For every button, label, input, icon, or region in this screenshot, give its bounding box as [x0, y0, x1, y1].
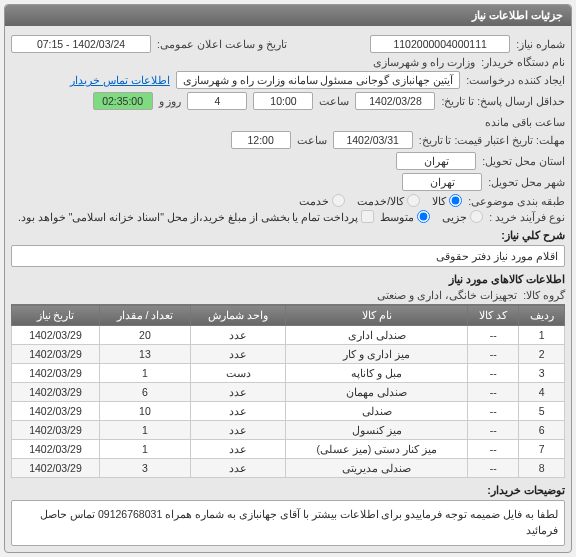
- table-row[interactable]: 7--میز کنار دستی (میز عسلی)عدد11402/03/2…: [12, 440, 565, 459]
- table-cell: 1402/03/29: [12, 440, 100, 459]
- table-row[interactable]: 1--صندلی اداریعدد201402/03/29: [12, 326, 565, 345]
- table-cell: دست: [190, 364, 285, 383]
- table-cell: 1402/03/29: [12, 402, 100, 421]
- table-cell: --: [468, 383, 519, 402]
- time-label-1: ساعت: [319, 95, 349, 107]
- cat-goods-radio[interactable]: کالا: [432, 194, 462, 207]
- table-row[interactable]: 2--میز اداری و کارعدد131402/03/29: [12, 345, 565, 364]
- valid-date: 1402/03/31: [333, 131, 413, 149]
- cat-serv-only-input[interactable]: [332, 194, 345, 207]
- subject-cat-label: طبقه بندی موضوعی:: [468, 195, 565, 207]
- bt-medium-input[interactable]: [417, 210, 430, 223]
- bt-small-label: جزیی: [442, 211, 467, 223]
- time-label-2: ساعت: [297, 134, 327, 146]
- desc-text: اقلام مورد نیاز دفتر حقوقی: [11, 245, 565, 267]
- city-value: تهران: [402, 173, 482, 191]
- buyer-value: وزارت راه و شهرسازی: [373, 56, 475, 68]
- table-cell: 1: [99, 421, 190, 440]
- group-label: گروه کالا:: [523, 289, 565, 301]
- table-row[interactable]: 4--صندلی مهمانعدد61402/03/29: [12, 383, 565, 402]
- table-cell: --: [468, 421, 519, 440]
- deadline-date: 1402/03/28: [355, 92, 435, 110]
- day-label: روز و: [159, 95, 182, 107]
- announce-value: 1402/03/24 - 07:15: [11, 35, 151, 53]
- table-cell: 1: [99, 440, 190, 459]
- footer-text: لطفا به فایل ضمیمه توجه فرماییدو برای اط…: [11, 500, 565, 546]
- table-cell: 20: [99, 326, 190, 345]
- cat-serv-only-label: خدمت: [299, 195, 329, 207]
- table-cell: --: [468, 326, 519, 345]
- remain-time: 02:35:00: [93, 92, 153, 110]
- bt-note-input[interactable]: [361, 210, 374, 223]
- table-cell: 1402/03/29: [12, 383, 100, 402]
- table-cell: 7: [519, 440, 565, 459]
- table-cell: 6: [519, 421, 565, 440]
- table-cell: 1402/03/29: [12, 326, 100, 345]
- buy-type-radio-group: جزیی متوسط: [380, 210, 483, 223]
- table-cell: 4: [519, 383, 565, 402]
- table-cell: میز کنار دستی (میز عسلی): [286, 440, 468, 459]
- table-cell: عدد: [190, 326, 285, 345]
- table-cell: صندلی: [286, 402, 468, 421]
- city-label: شهر محل تحویل:: [488, 176, 565, 188]
- table-cell: --: [468, 345, 519, 364]
- valid-time: 12:00: [231, 131, 291, 149]
- table-cell: صندلی مهمان: [286, 383, 468, 402]
- remain-days: 4: [187, 92, 247, 110]
- announce-label: تاریخ و ساعت اعلان عمومی:: [157, 38, 287, 50]
- table-cell: عدد: [190, 383, 285, 402]
- goods-table: ردیف کد کالا نام کالا واحد شمارش تعداد /…: [11, 304, 565, 478]
- requester-value: آیتین جهانبازی گوجانی مسئول سامانه وزارت…: [176, 71, 460, 89]
- remain-label: ساعت باقی مانده: [485, 116, 565, 128]
- table-cell: 5: [519, 402, 565, 421]
- th-name: نام کالا: [286, 305, 468, 326]
- th-qty: تعداد / مقدار: [99, 305, 190, 326]
- table-cell: 3: [99, 459, 190, 478]
- bt-small-radio[interactable]: جزیی: [442, 210, 483, 223]
- table-cell: میز کنسول: [286, 421, 468, 440]
- cat-service-input[interactable]: [407, 194, 420, 207]
- table-cell: 13: [99, 345, 190, 364]
- cat-serv-only-radio[interactable]: خدمت: [299, 194, 345, 207]
- bt-small-input[interactable]: [470, 210, 483, 223]
- table-cell: صندلی مدیریتی: [286, 459, 468, 478]
- valid-label: مهلت: تاریخ اعتبار قیمت: تا تاریخ:: [419, 134, 565, 146]
- deadline-label: حداقل ارسال پاسخ: تا تاریخ:: [441, 95, 565, 107]
- table-cell: --: [468, 459, 519, 478]
- th-code: کد کالا: [468, 305, 519, 326]
- table-cell: 1: [519, 326, 565, 345]
- table-row[interactable]: 8--صندلی مدیریتیعدد31402/03/29: [12, 459, 565, 478]
- buy-type-label: نوع فرآیند خرید :: [489, 211, 565, 223]
- table-cell: 2: [519, 345, 565, 364]
- footer-title: توضیحات خریدار:: [11, 484, 565, 497]
- table-cell: 8: [519, 459, 565, 478]
- requester-label: ایجاد کننده درخواست:: [466, 74, 565, 86]
- goods-title: اطلاعات کالاهای مورد نیاز: [11, 273, 565, 286]
- table-cell: --: [468, 402, 519, 421]
- bt-medium-radio[interactable]: متوسط: [380, 210, 430, 223]
- desc-title: شرح کلي نياز:: [11, 229, 565, 242]
- category-radio-group: کالا کالا/خدمت خدمت: [299, 194, 462, 207]
- table-row[interactable]: 3--مبل و کاناپهدست11402/03/29: [12, 364, 565, 383]
- cat-service-label: کالا/خدمت: [357, 195, 404, 207]
- bt-note-check[interactable]: پرداخت تمام یا بخشی از مبلغ خرید،از محل …: [18, 210, 374, 223]
- table-cell: 10: [99, 402, 190, 421]
- table-cell: 6: [99, 383, 190, 402]
- table-cell: عدد: [190, 459, 285, 478]
- table-cell: --: [468, 440, 519, 459]
- group-value: تجهیزات خانگی، اداری و صنعتی: [377, 289, 517, 301]
- cat-goods-input[interactable]: [449, 194, 462, 207]
- table-cell: 3: [519, 364, 565, 383]
- table-body: 1--صندلی اداریعدد201402/03/292--میز ادار…: [12, 326, 565, 478]
- contact-link[interactable]: اطلاعات تماس خریدار: [70, 74, 170, 86]
- table-cell: صندلی اداری: [286, 326, 468, 345]
- table-row[interactable]: 5--صندلیعدد101402/03/29: [12, 402, 565, 421]
- table-row[interactable]: 6--میز کنسولعدد11402/03/29: [12, 421, 565, 440]
- cat-service-radio[interactable]: کالا/خدمت: [357, 194, 420, 207]
- cat-goods-label: کالا: [432, 195, 446, 207]
- deadline-time: 10:00: [253, 92, 313, 110]
- table-cell: عدد: [190, 345, 285, 364]
- table-cell: --: [468, 364, 519, 383]
- table-cell: 1402/03/29: [12, 345, 100, 364]
- need-no-value: 1102000004000111: [370, 35, 510, 53]
